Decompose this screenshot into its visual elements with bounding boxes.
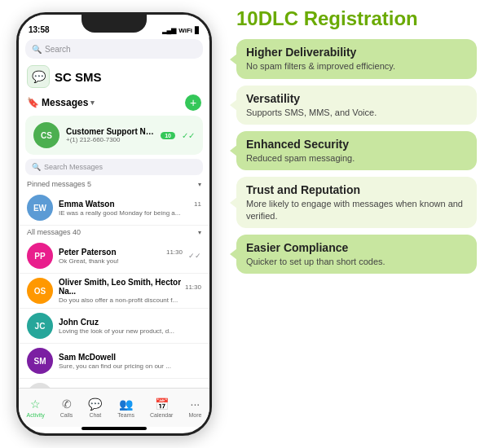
list-item[interactable]: JC John Cruz Loving the look of your new… (19, 309, 209, 344)
add-message-button[interactable]: + (185, 94, 201, 111)
nav-teams-label: Teams (117, 412, 134, 418)
app-title: SC SMS (55, 70, 102, 84)
message-preview: Ok Great, thank you! (59, 257, 183, 265)
search-icon: 🔍 (32, 45, 42, 54)
avatar: PP (27, 243, 53, 269)
list-item[interactable]: PP Peter Paterson 11:30 Ok Great, thank … (19, 239, 209, 274)
app-header: 💬 SC SMS (19, 62, 209, 91)
message-list: PP Peter Paterson 11:30 Ok Great, thank … (19, 239, 209, 388)
search-messages-icon: 🔍 (32, 163, 41, 171)
status-time: 13:58 (29, 25, 50, 34)
list-item[interactable]: SM Sam McDowell Sure, you can find our p… (19, 344, 209, 379)
contact-name: Peter Paterson (59, 248, 117, 257)
nav-more-label: More (188, 412, 201, 418)
feature-title: Versatility (246, 92, 467, 105)
pinned-contact-name: Customer Support Number (66, 127, 154, 136)
list-item[interactable]: EW Emma Watson 11 IE was a really good M… (19, 191, 209, 226)
contact-name: Emma Watson (59, 200, 115, 209)
feature-title: Enhanced Security (246, 138, 467, 151)
search-messages-placeholder: Search Messages (44, 163, 103, 171)
phone-mockup: 13:58 ▂▄▆ WiFi ▊ 🔍 Search 💬 SC SMS 🔖 Mes… (0, 0, 220, 448)
nav-calls-label: Calls (60, 412, 73, 418)
list-item[interactable]: OS Oliver Smith, Leo Smith, Hector Na...… (19, 274, 209, 309)
more-icon: ··· (191, 397, 200, 411)
feature-trust-reputation: Trust and Reputation More likely to enga… (236, 177, 477, 228)
teams-icon: 👥 (119, 397, 133, 411)
pinned-contact-item[interactable]: CS Customer Support Number +(1) 212-660-… (25, 116, 203, 155)
feature-desc: Reduced spam messaging. (246, 152, 467, 164)
nav-calendar-label: Calendar (150, 412, 173, 418)
feature-desc: Quicker to set up than short codes. (246, 256, 467, 267)
search-label: Search (45, 45, 71, 54)
app-icon: 💬 (27, 65, 50, 88)
signal-icon: ▂▄▆ (162, 27, 177, 34)
right-panel: 10DLC Registration Higher Deliverability… (220, 0, 489, 448)
chevron-down-icon: ▾ (90, 99, 95, 107)
pinned-contact-info: Customer Support Number +(1) 212-660-730… (66, 127, 154, 143)
all-section-title: All messages 40 (27, 228, 81, 236)
contact-name: John Cruz (59, 318, 99, 327)
message-preview: Do you also offer a non-profit discount … (59, 296, 201, 304)
nav-teams[interactable]: 👥 Teams (117, 397, 134, 418)
list-item[interactable]: 👤 +1 902 227 9123 11:30 (19, 379, 209, 388)
nav-more[interactable]: ··· More (188, 397, 201, 418)
message-meta: Sam McDowell Sure, you can find our pric… (59, 353, 201, 370)
message-meta: Peter Paterson 11:30 Ok Great, thank you… (59, 248, 183, 265)
plus-icon: + (190, 97, 196, 108)
nav-chat[interactable]: 💬 Chat (88, 397, 102, 418)
nav-activity[interactable]: ☆ Activity (27, 397, 45, 418)
contact-name: Sam McDowell (59, 353, 116, 362)
pinned-contact-phone: +(1) 212-660-7300 (66, 136, 154, 143)
nav-calls[interactable]: ✆ Calls (60, 397, 73, 418)
avatar: EW (27, 195, 53, 221)
all-section-header: All messages 40 ▾ (19, 226, 209, 239)
wifi-icon: WiFi (178, 27, 192, 34)
avatar: OS (27, 278, 53, 304)
status-icons: ▂▄▆ WiFi ▊ (162, 27, 200, 34)
bookmark-icon: 🔖 (27, 97, 39, 108)
feature-title: Easier Compliance (246, 241, 467, 254)
feature-desc: Supports SMS, MMS, and Voice. (246, 107, 467, 118)
nav-activity-label: Activity (27, 412, 45, 418)
feature-enhanced-security: Enhanced Security Reduced spam messaging… (236, 131, 477, 170)
message-preview: Loving the look of your new product, d..… (59, 327, 201, 335)
message-meta: Emma Watson 11 IE was a really good Mond… (59, 200, 201, 217)
pinned-section-chevron-icon: ▾ (198, 181, 201, 188)
calendar-icon: 📅 (155, 397, 169, 411)
bottom-navigation: ☆ Activity ✆ Calls 💬 Chat 👥 Teams 📅 Cale… (19, 388, 209, 427)
message-time: 11:30 (166, 248, 183, 256)
read-checkmark-icon: ✓✓ (182, 131, 195, 140)
messages-header[interactable]: 🔖 Messages ▾ + (19, 91, 209, 114)
calls-icon: ✆ (62, 397, 72, 411)
message-meta: John Cruz Loving the look of your new pr… (59, 318, 201, 335)
home-indicator (82, 427, 147, 430)
unread-badge: 10 (161, 132, 175, 139)
messages-dropdown-text: Messages (42, 97, 88, 108)
messages-label: 🔖 Messages ▾ (27, 97, 95, 108)
feature-easier-compliance: Easier Compliance Quicker to set up than… (236, 235, 477, 274)
message-top: Emma Watson 11 (59, 200, 201, 209)
feature-title: Trust and Reputation (246, 183, 467, 196)
pinned-section-header: Pinned messages 5 ▾ (19, 178, 209, 191)
message-time: 11:30 (185, 283, 201, 291)
message-time: 11 (194, 200, 201, 208)
pinned-section-title: Pinned messages 5 (27, 180, 91, 188)
avatar: SM (27, 348, 53, 374)
nav-calendar[interactable]: 📅 Calendar (150, 397, 173, 418)
read-icon: ✓✓ (188, 252, 201, 260)
top-search-bar[interactable]: 🔍 Search (25, 39, 203, 59)
search-messages-bar[interactable]: 🔍 Search Messages (25, 159, 203, 175)
battery-icon: ▊ (195, 27, 200, 34)
all-section-chevron-icon: ▾ (198, 229, 201, 236)
feature-desc: More likely to engage with messages when… (246, 198, 467, 222)
nav-chat-label: Chat (89, 412, 101, 418)
feature-versatility: Versatility Supports SMS, MMS, and Voice… (236, 86, 477, 125)
main-title: 10DLC Registration (236, 8, 477, 29)
activity-icon: ☆ (30, 397, 41, 411)
contact-name: Oliver Smith, Leo Smith, Hector Na... (59, 278, 185, 296)
feature-desc: No spam filters & improved efficiency. (246, 60, 467, 72)
feature-title: Higher Deliverability (246, 46, 467, 59)
phone-body: 13:58 ▂▄▆ WiFi ▊ 🔍 Search 💬 SC SMS 🔖 Mes… (16, 12, 212, 436)
message-preview: IE was a really good Monday for being a.… (59, 209, 201, 217)
message-meta: Oliver Smith, Leo Smith, Hector Na... 11… (59, 278, 201, 304)
